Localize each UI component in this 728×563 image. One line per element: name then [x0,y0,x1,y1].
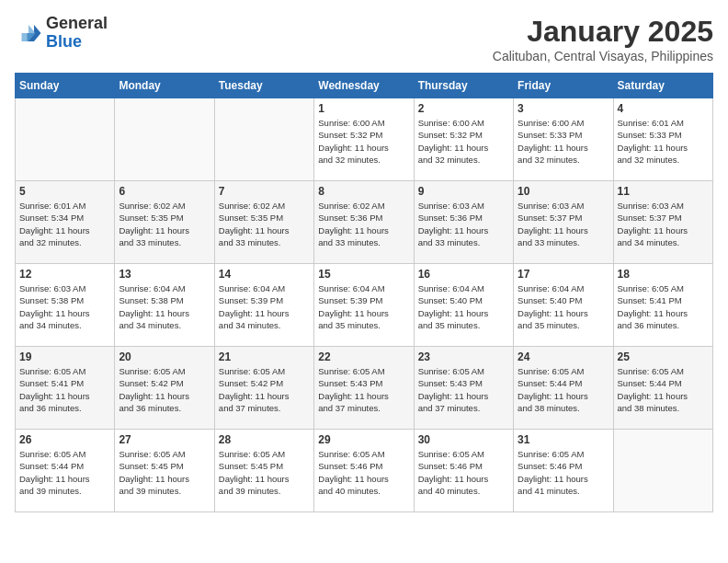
calendar-cell: 1Sunrise: 6:00 AM Sunset: 5:32 PM Daylig… [314,98,414,181]
calendar-cell: 4Sunrise: 6:01 AM Sunset: 5:33 PM Daylig… [613,98,712,181]
title-block: January 2025 Calituban, Central Visayas,… [493,15,713,63]
day-number: 20 [119,350,210,363]
logo-blue: Blue [46,32,82,51]
calendar-body: 1Sunrise: 6:00 AM Sunset: 5:32 PM Daylig… [16,98,713,512]
day-info: Sunrise: 6:01 AM Sunset: 5:34 PM Dayligh… [19,200,110,248]
day-info: Sunrise: 6:05 AM Sunset: 5:45 PM Dayligh… [119,448,210,497]
calendar-cell [613,430,712,512]
day-number: 23 [418,350,509,363]
calendar-cell: 9Sunrise: 6:03 AM Sunset: 5:36 PM Daylig… [414,181,513,264]
day-info: Sunrise: 6:02 AM Sunset: 5:35 PM Dayligh… [219,200,310,248]
calendar-cell [16,98,115,181]
day-number: 4 [618,102,709,115]
calendar-cell: 10Sunrise: 6:03 AM Sunset: 5:37 PM Dayli… [514,181,613,264]
calendar-week-1: 1Sunrise: 6:00 AM Sunset: 5:32 PM Daylig… [16,98,713,181]
day-number: 28 [219,433,310,446]
calendar-cell: 30Sunrise: 6:05 AM Sunset: 5:46 PM Dayli… [414,430,513,512]
day-number: 11 [618,185,709,198]
calendar-subtitle: Calituban, Central Visayas, Philippines [493,49,713,63]
day-info: Sunrise: 6:05 AM Sunset: 5:41 PM Dayligh… [19,365,110,414]
day-number: 10 [518,185,609,198]
calendar-cell: 24Sunrise: 6:05 AM Sunset: 5:44 PM Dayli… [514,347,613,430]
day-info: Sunrise: 6:03 AM Sunset: 5:37 PM Dayligh… [618,200,709,248]
day-number: 21 [219,350,310,363]
calendar-cell: 8Sunrise: 6:02 AM Sunset: 5:36 PM Daylig… [314,181,414,264]
day-info: Sunrise: 6:00 AM Sunset: 5:32 PM Dayligh… [418,117,509,166]
day-number: 12 [19,268,110,281]
day-info: Sunrise: 6:05 AM Sunset: 5:46 PM Dayligh… [518,448,609,497]
weekday-header-wednesday: Wednesday [314,74,414,98]
calendar-title: January 2025 [493,15,713,49]
logo: General Blue [15,15,108,52]
day-info: Sunrise: 6:04 AM Sunset: 5:38 PM Dayligh… [119,282,210,331]
calendar-cell: 6Sunrise: 6:02 AM Sunset: 5:35 PM Daylig… [115,181,214,264]
day-info: Sunrise: 6:05 AM Sunset: 5:42 PM Dayligh… [119,365,210,414]
day-info: Sunrise: 6:03 AM Sunset: 5:37 PM Dayligh… [518,200,609,248]
logo-icon [15,19,42,47]
day-info: Sunrise: 6:00 AM Sunset: 5:32 PM Dayligh… [318,117,409,166]
calendar-cell: 2Sunrise: 6:00 AM Sunset: 5:32 PM Daylig… [414,98,513,181]
day-info: Sunrise: 6:02 AM Sunset: 5:36 PM Dayligh… [318,200,409,248]
day-info: Sunrise: 6:05 AM Sunset: 5:43 PM Dayligh… [318,365,409,414]
calendar-week-5: 26Sunrise: 6:05 AM Sunset: 5:44 PM Dayli… [16,430,713,512]
day-number: 6 [119,185,210,198]
weekday-header-friday: Friday [514,74,613,98]
day-info: Sunrise: 6:05 AM Sunset: 5:46 PM Dayligh… [418,448,509,497]
day-number: 17 [518,268,609,281]
weekday-header-thursday: Thursday [414,74,513,98]
calendar-cell: 22Sunrise: 6:05 AM Sunset: 5:43 PM Dayli… [314,347,414,430]
day-info: Sunrise: 6:02 AM Sunset: 5:35 PM Dayligh… [119,200,210,248]
day-number: 16 [418,268,509,281]
calendar-cell: 26Sunrise: 6:05 AM Sunset: 5:44 PM Dayli… [16,430,115,512]
calendar-cell: 21Sunrise: 6:05 AM Sunset: 5:42 PM Dayli… [214,347,313,430]
day-number: 7 [219,185,310,198]
day-info: Sunrise: 6:05 AM Sunset: 5:45 PM Dayligh… [219,448,310,497]
day-info: Sunrise: 6:05 AM Sunset: 5:41 PM Dayligh… [618,282,709,331]
weekday-header-sunday: Sunday [16,74,115,98]
calendar-cell: 13Sunrise: 6:04 AM Sunset: 5:38 PM Dayli… [115,264,214,347]
calendar-cell: 16Sunrise: 6:04 AM Sunset: 5:40 PM Dayli… [414,264,513,347]
day-info: Sunrise: 6:05 AM Sunset: 5:44 PM Dayligh… [518,365,609,414]
day-number: 9 [418,185,509,198]
calendar-week-4: 19Sunrise: 6:05 AM Sunset: 5:41 PM Dayli… [16,347,713,430]
page-header: General Blue January 2025 Calituban, Cen… [15,15,713,63]
calendar-cell: 15Sunrise: 6:04 AM Sunset: 5:39 PM Dayli… [314,264,414,347]
calendar-cell: 23Sunrise: 6:05 AM Sunset: 5:43 PM Dayli… [414,347,513,430]
day-info: Sunrise: 6:04 AM Sunset: 5:40 PM Dayligh… [418,282,509,331]
day-info: Sunrise: 6:05 AM Sunset: 5:44 PM Dayligh… [618,365,709,414]
day-info: Sunrise: 6:04 AM Sunset: 5:39 PM Dayligh… [219,282,310,331]
day-info: Sunrise: 6:05 AM Sunset: 5:44 PM Dayligh… [19,448,110,497]
day-number: 5 [19,185,110,198]
calendar-cell: 14Sunrise: 6:04 AM Sunset: 5:39 PM Dayli… [214,264,313,347]
day-number: 1 [318,102,409,115]
calendar-cell: 25Sunrise: 6:05 AM Sunset: 5:44 PM Dayli… [613,347,712,430]
day-number: 22 [318,350,409,363]
day-info: Sunrise: 6:04 AM Sunset: 5:39 PM Dayligh… [318,282,409,331]
calendar-cell: 28Sunrise: 6:05 AM Sunset: 5:45 PM Dayli… [214,430,313,512]
calendar-week-2: 5Sunrise: 6:01 AM Sunset: 5:34 PM Daylig… [16,181,713,264]
day-number: 31 [518,433,609,446]
day-number: 18 [618,268,709,281]
calendar-header: SundayMondayTuesdayWednesdayThursdayFrid… [16,74,713,98]
weekday-header-tuesday: Tuesday [214,74,313,98]
calendar-cell: 19Sunrise: 6:05 AM Sunset: 5:41 PM Dayli… [16,347,115,430]
calendar-cell: 17Sunrise: 6:04 AM Sunset: 5:40 PM Dayli… [514,264,613,347]
calendar-cell: 7Sunrise: 6:02 AM Sunset: 5:35 PM Daylig… [214,181,313,264]
day-info: Sunrise: 6:04 AM Sunset: 5:40 PM Dayligh… [518,282,609,331]
calendar-cell: 3Sunrise: 6:00 AM Sunset: 5:33 PM Daylig… [514,98,613,181]
day-info: Sunrise: 6:05 AM Sunset: 5:42 PM Dayligh… [219,365,310,414]
calendar-cell [115,98,214,181]
calendar-cell: 27Sunrise: 6:05 AM Sunset: 5:45 PM Dayli… [115,430,214,512]
day-number: 30 [418,433,509,446]
weekday-header-saturday: Saturday [613,74,712,98]
day-info: Sunrise: 6:03 AM Sunset: 5:36 PM Dayligh… [418,200,509,248]
day-number: 24 [518,350,609,363]
day-info: Sunrise: 6:01 AM Sunset: 5:33 PM Dayligh… [618,117,709,166]
day-number: 25 [618,350,709,363]
calendar-cell: 29Sunrise: 6:05 AM Sunset: 5:46 PM Dayli… [314,430,414,512]
day-number: 2 [418,102,509,115]
calendar-cell: 11Sunrise: 6:03 AM Sunset: 5:37 PM Dayli… [613,181,712,264]
day-number: 13 [119,268,210,281]
calendar-cell: 5Sunrise: 6:01 AM Sunset: 5:34 PM Daylig… [16,181,115,264]
calendar-week-3: 12Sunrise: 6:03 AM Sunset: 5:38 PM Dayli… [16,264,713,347]
